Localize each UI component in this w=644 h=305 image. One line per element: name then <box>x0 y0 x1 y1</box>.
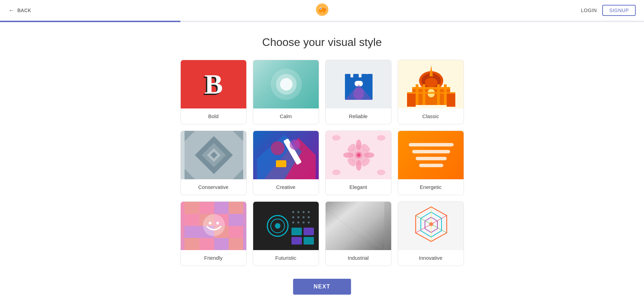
style-card-calm[interactable]: Calm <box>253 60 319 124</box>
svg-rect-99 <box>304 237 314 245</box>
calm-core-circle <box>280 78 293 90</box>
style-card-img-friendly <box>181 202 247 250</box>
style-card-label-bold: Bold <box>181 108 246 124</box>
svg-point-56 <box>332 135 340 141</box>
style-card-futuristic[interactable]: Futuristic <box>253 201 319 266</box>
svg-rect-62 <box>199 202 214 214</box>
style-card-img-conservative <box>181 131 247 179</box>
style-card-elegant[interactable]: Elegant <box>325 131 392 195</box>
svg-point-110 <box>429 222 433 226</box>
reliable-castle-svg <box>341 65 376 103</box>
back-button[interactable]: ← BACK <box>8 7 31 14</box>
svg-point-87 <box>308 211 310 213</box>
signup-button[interactable]: SIGNUP <box>602 5 636 16</box>
friendly-pattern-svg <box>185 202 243 250</box>
industrial-svg <box>326 202 384 250</box>
svg-rect-96 <box>291 228 302 235</box>
back-arrow-icon: ← <box>8 7 15 14</box>
svg-point-59 <box>377 170 385 175</box>
svg-rect-74 <box>199 238 214 250</box>
style-card-innovative[interactable]: Innovative <box>398 201 464 266</box>
svg-rect-73 <box>185 238 199 250</box>
style-card-img-elegant <box>326 131 392 179</box>
energetic-line-1 <box>409 143 454 146</box>
style-card-label-energetic: Energetic <box>398 179 464 195</box>
svg-rect-26 <box>407 92 455 94</box>
style-card-label-conservative: Conservative <box>181 179 246 195</box>
style-card-img-reliable <box>326 60 392 108</box>
next-button[interactable]: NEXT <box>293 279 351 295</box>
style-card-industrial[interactable]: Industrial <box>325 201 392 266</box>
svg-rect-25 <box>412 87 450 89</box>
svg-point-84 <box>292 211 294 213</box>
style-card-energetic[interactable]: Energetic <box>398 131 464 195</box>
svg-point-48 <box>343 152 354 158</box>
svg-point-57 <box>377 135 385 141</box>
style-card-img-bold: B <box>181 60 247 108</box>
style-card-creative[interactable]: Creative <box>253 131 319 195</box>
style-card-label-innovative: Innovative <box>398 250 464 266</box>
next-button-wrapper: NEXT <box>293 279 351 295</box>
svg-point-41 <box>271 141 285 155</box>
style-card-img-calm <box>253 60 319 108</box>
elegant-pattern-svg <box>329 131 388 179</box>
svg-rect-98 <box>291 237 302 245</box>
style-card-label-classic: Classic <box>398 108 464 124</box>
svg-point-55 <box>357 153 360 157</box>
svg-point-85 <box>297 211 299 213</box>
svg-point-79 <box>216 222 219 225</box>
svg-rect-76 <box>229 238 243 250</box>
style-card-classic[interactable]: Classic <box>398 60 464 124</box>
svg-rect-24 <box>447 93 455 107</box>
calm-outer-circle <box>271 69 302 100</box>
svg-point-93 <box>297 221 299 223</box>
svg-rect-97 <box>304 228 314 235</box>
svg-point-91 <box>308 216 310 218</box>
style-card-img-innovative <box>398 202 464 250</box>
page-title: Choose your visual style <box>0 36 644 49</box>
style-card-label-calm: Calm <box>253 108 319 124</box>
style-card-label-elegant: Elegant <box>326 179 391 195</box>
style-card-reliable[interactable]: Reliable <box>325 60 392 124</box>
svg-rect-7 <box>361 74 367 81</box>
calm-inner-circle <box>276 74 297 95</box>
svg-rect-63 <box>214 202 229 214</box>
style-card-friendly[interactable]: Friendly <box>180 201 247 266</box>
svg-point-89 <box>297 216 299 218</box>
svg-point-88 <box>292 216 294 218</box>
svg-point-58 <box>332 170 340 175</box>
svg-rect-69 <box>185 226 199 238</box>
style-card-label-creative: Creative <box>253 179 319 195</box>
classic-building-svg <box>404 62 459 107</box>
svg-rect-6 <box>353 74 359 81</box>
svg-point-49 <box>364 152 374 158</box>
progress-bar-fill <box>0 21 180 22</box>
progress-bar-container <box>0 21 644 22</box>
svg-rect-64 <box>229 202 243 214</box>
svg-point-77 <box>203 214 225 236</box>
style-card-conservative[interactable]: Conservative <box>180 131 247 195</box>
svg-rect-72 <box>229 226 243 238</box>
svg-point-86 <box>303 211 305 213</box>
style-card-img-energetic <box>398 131 464 179</box>
svg-point-42 <box>290 140 300 150</box>
style-card-bold[interactable]: B Bold <box>180 60 247 124</box>
conservative-pattern-svg <box>185 131 243 179</box>
style-card-img-industrial <box>326 202 392 250</box>
top-nav: ← BACK LOGIN SIGNUP <box>0 0 644 21</box>
login-button[interactable]: LOGIN <box>581 8 597 13</box>
futuristic-svg <box>257 202 316 250</box>
bold-letter: B <box>205 69 223 100</box>
svg-point-90 <box>303 216 305 218</box>
svg-rect-40 <box>276 160 286 167</box>
style-card-img-creative <box>253 131 319 179</box>
creative-paint-svg <box>257 131 316 179</box>
svg-rect-65 <box>185 214 199 226</box>
svg-rect-68 <box>229 214 243 226</box>
style-card-label-futuristic: Futuristic <box>253 250 319 266</box>
svg-point-95 <box>308 221 310 223</box>
svg-point-94 <box>303 221 305 223</box>
svg-point-78 <box>209 222 211 225</box>
svg-point-83 <box>275 223 280 229</box>
energetic-line-3 <box>416 157 447 160</box>
